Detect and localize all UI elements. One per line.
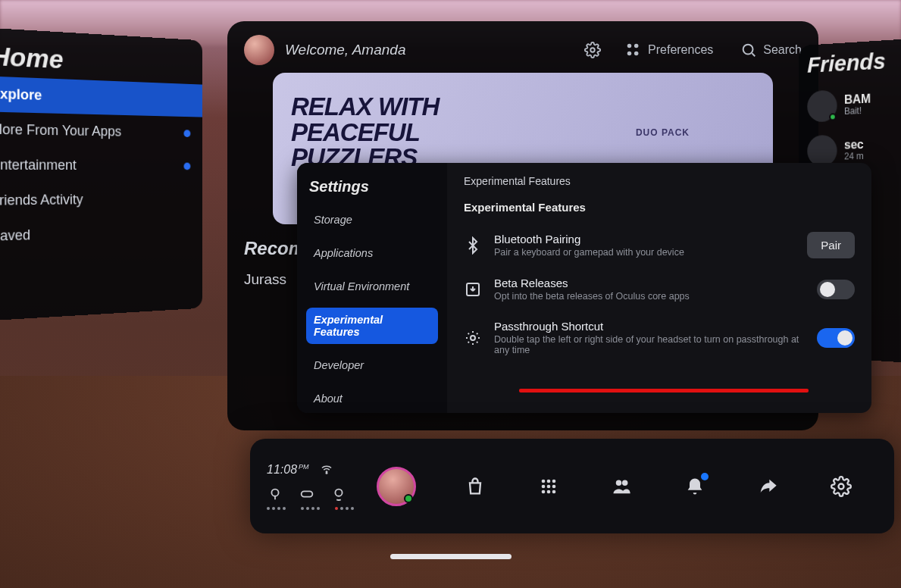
nav-saved[interactable]: Saved bbox=[0, 214, 202, 255]
setting-row-bluetooth: Bluetooth Pairing Pair a keyboard or gam… bbox=[464, 223, 855, 267]
notification-dot-icon bbox=[184, 162, 191, 170]
friend-name: BAM bbox=[844, 92, 871, 107]
svg-point-21 bbox=[616, 480, 621, 485]
notification-badge-icon bbox=[701, 473, 709, 480]
nav-friends-activity[interactable]: Friends Activity bbox=[0, 183, 202, 219]
gear-icon bbox=[584, 42, 601, 58]
online-indicator-icon bbox=[829, 113, 836, 120]
settings-window: Settings Storage Applications Virtual En… bbox=[297, 163, 871, 413]
friend-status: 24 m bbox=[844, 152, 864, 162]
clock: 11:08PM bbox=[267, 463, 309, 477]
setting-subtitle: Double tap the left or right side of you… bbox=[494, 334, 805, 355]
welcome-text: Welcome, Amanda bbox=[285, 42, 405, 58]
svg-point-4 bbox=[634, 52, 639, 56]
settings-body: Experimental Features Experimental Featu… bbox=[447, 163, 871, 413]
download-icon bbox=[464, 280, 482, 299]
nav-entertainment[interactable]: Entertainment bbox=[0, 147, 202, 183]
friend-avatar bbox=[807, 90, 837, 123]
eye-icon bbox=[464, 329, 482, 347]
people-icon[interactable] bbox=[611, 476, 632, 497]
settings-gear-button[interactable] bbox=[584, 42, 601, 58]
search-label: Search bbox=[763, 43, 802, 57]
settings-nav-experimental[interactable]: Experimental Features bbox=[306, 308, 438, 344]
setting-title: Passthrough Shortcut bbox=[494, 320, 805, 333]
nav-label: More From Your Apps bbox=[0, 121, 121, 139]
setting-row-passthrough: Passthrough Shortcut Double tap the left… bbox=[464, 311, 855, 364]
nav-label: Friends Activity bbox=[0, 192, 83, 209]
hero-line: RELAX WITH bbox=[291, 92, 439, 120]
drag-handle[interactable] bbox=[390, 554, 512, 559]
online-indicator-icon bbox=[404, 494, 413, 503]
store-icon[interactable] bbox=[465, 476, 486, 497]
setting-subtitle: Opt into the beta releases of Oculus cor… bbox=[494, 291, 805, 302]
settings-nav-about[interactable]: About bbox=[306, 386, 438, 411]
svg-point-22 bbox=[622, 480, 627, 485]
svg-point-23 bbox=[838, 483, 843, 489]
apps-grid-icon[interactable] bbox=[538, 476, 559, 497]
settings-nav-developer[interactable]: Developer bbox=[306, 353, 438, 377]
wifi-icon[interactable] bbox=[320, 462, 333, 478]
svg-point-1 bbox=[627, 44, 632, 48]
svg-point-8 bbox=[326, 473, 327, 474]
setting-row-beta: Beta Releases Opt into the beta releases… bbox=[464, 267, 855, 311]
svg-point-5 bbox=[743, 45, 753, 55]
home-panel: Home Explore More From Your Apps Enterta… bbox=[0, 27, 202, 321]
settings-icon[interactable] bbox=[831, 476, 852, 497]
bluetooth-icon bbox=[464, 236, 482, 255]
hero-tag: DUO PACK bbox=[636, 127, 690, 138]
friend-status: Bait! bbox=[844, 106, 871, 117]
main-header: Welcome, Amanda Preferences Search bbox=[244, 35, 802, 65]
svg-point-18 bbox=[541, 489, 545, 493]
settings-section-heading: Experimental Features bbox=[464, 201, 855, 214]
pair-button[interactable]: Pair bbox=[807, 232, 855, 258]
friend-row[interactable]: BAMBait! bbox=[807, 86, 901, 123]
search-icon bbox=[740, 42, 757, 58]
friends-title: Friends bbox=[807, 45, 901, 77]
svg-rect-10 bbox=[302, 491, 313, 496]
nav-label: Explore bbox=[0, 86, 42, 104]
share-icon[interactable] bbox=[757, 476, 778, 497]
svg-point-3 bbox=[627, 52, 632, 56]
svg-point-16 bbox=[546, 484, 550, 488]
setting-title: Bluetooth Pairing bbox=[494, 233, 795, 246]
svg-point-9 bbox=[271, 489, 278, 496]
taskbar-status: 11:08PM bbox=[267, 462, 354, 510]
taskbar: 11:08PM bbox=[250, 439, 894, 533]
svg-point-19 bbox=[546, 489, 550, 493]
svg-point-15 bbox=[541, 484, 545, 488]
svg-point-13 bbox=[546, 479, 550, 483]
svg-point-0 bbox=[590, 48, 595, 52]
svg-point-20 bbox=[552, 489, 555, 493]
beta-toggle[interactable] bbox=[817, 280, 855, 299]
search-button[interactable]: Search bbox=[740, 42, 802, 58]
svg-point-17 bbox=[552, 484, 555, 488]
notifications-icon[interactable] bbox=[684, 476, 705, 497]
friend-name: sec bbox=[844, 138, 864, 152]
svg-point-14 bbox=[552, 479, 555, 483]
mic-icon[interactable] bbox=[330, 486, 347, 502]
nav-more-from-apps[interactable]: More From Your Apps bbox=[0, 111, 202, 149]
friend-row[interactable]: sec24 m bbox=[807, 133, 901, 167]
settings-sidebar: Settings Storage Applications Virtual En… bbox=[297, 163, 447, 413]
svg-point-11 bbox=[335, 489, 342, 496]
friend-avatar bbox=[807, 135, 837, 167]
settings-nav-virtual-environment[interactable]: Virtual Environment bbox=[306, 274, 438, 299]
preferences-label: Preferences bbox=[648, 43, 713, 57]
taskbar-avatar[interactable] bbox=[377, 467, 416, 506]
hero-line: PEACEFUL bbox=[291, 118, 420, 146]
settings-nav-applications[interactable]: Applications bbox=[306, 241, 438, 265]
preferences-button[interactable]: Preferences bbox=[625, 42, 713, 58]
settings-breadcrumb: Experimental Features bbox=[464, 175, 855, 187]
svg-point-2 bbox=[634, 44, 639, 48]
cast-icon[interactable] bbox=[267, 486, 283, 502]
svg-point-7 bbox=[471, 336, 475, 340]
user-avatar[interactable] bbox=[244, 35, 274, 65]
settings-title: Settings bbox=[309, 178, 435, 195]
setting-subtitle: Pair a keyboard or gamepad with your dev… bbox=[494, 247, 795, 258]
headset-icon[interactable] bbox=[299, 486, 315, 502]
settings-nav-storage[interactable]: Storage bbox=[306, 208, 438, 232]
passthrough-toggle[interactable] bbox=[817, 328, 855, 348]
setting-title: Beta Releases bbox=[494, 277, 805, 289]
nav-label: Saved bbox=[0, 227, 30, 245]
nav-label: Entertainment bbox=[0, 157, 77, 174]
